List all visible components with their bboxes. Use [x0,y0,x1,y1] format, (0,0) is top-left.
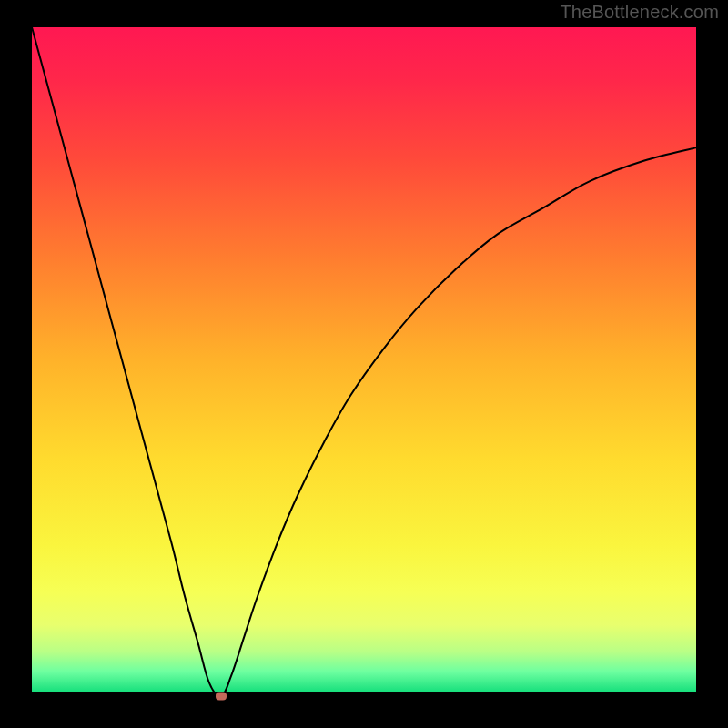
plot-area [32,27,696,696]
bottleneck-curve [32,27,696,696]
minimum-marker [216,693,227,701]
chart-frame: TheBottleneck.com [0,0,728,728]
watermark-text: TheBottleneck.com [560,2,719,23]
